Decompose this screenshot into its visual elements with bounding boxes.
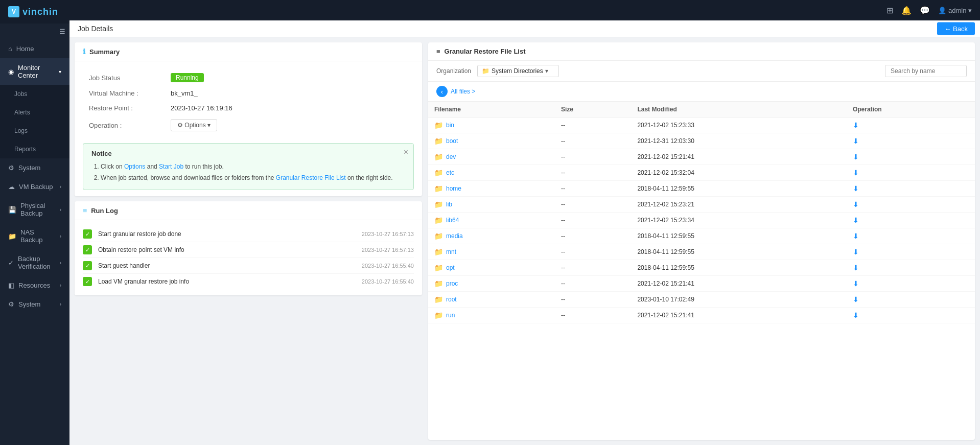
folder-link[interactable]: 📁 proc bbox=[434, 279, 458, 288]
sidebar-collapse-toggle[interactable]: ☰ bbox=[0, 24, 69, 39]
search-input[interactable] bbox=[885, 65, 967, 77]
col-size: Size bbox=[555, 102, 631, 118]
folder-link[interactable]: 📁 run bbox=[434, 311, 455, 319]
file-operation-cell: ⬇ bbox=[847, 213, 975, 228]
log-item: ✓ Obtain restore point set VM info 2023-… bbox=[83, 242, 414, 258]
log-time: 2023-10-27 16:57:13 bbox=[362, 231, 414, 237]
file-list-card: ≡ Granular Restore File List Organizatio… bbox=[428, 42, 975, 440]
folder-link[interactable]: 📁 lib bbox=[434, 200, 452, 208]
download-button[interactable]: ⬇ bbox=[853, 232, 859, 240]
download-button[interactable]: ⬇ bbox=[853, 184, 859, 193]
folder-link[interactable]: 📁 root bbox=[434, 295, 457, 303]
file-operation-cell: ⬇ bbox=[847, 181, 975, 197]
file-name-cell: 📁 media bbox=[428, 228, 555, 244]
folder-icon-emoji: 📁 bbox=[434, 232, 443, 240]
message-icon[interactable]: 💬 bbox=[920, 6, 930, 15]
download-button[interactable]: ⬇ bbox=[853, 216, 859, 224]
file-list-toolbar: Organization 📁 System Directories ▾ bbox=[428, 61, 975, 82]
summary-card: ℹ Summary Job Status Running bbox=[75, 42, 422, 196]
log-text: Start granular restore job done bbox=[92, 230, 362, 238]
sidebar-item-label-jobs: Jobs bbox=[14, 90, 27, 98]
file-modified-cell: 2018-04-11 12:59:55 bbox=[631, 260, 847, 276]
file-name: lib64 bbox=[446, 217, 459, 224]
file-size-cell: -- bbox=[555, 213, 631, 228]
folder-link[interactable]: 📁 etc bbox=[434, 169, 454, 177]
folder-link[interactable]: 📁 dev bbox=[434, 153, 456, 161]
log-item: ✓ Start guest handler 2023-10-27 16:55:4… bbox=[83, 258, 414, 274]
org-value: System Directories bbox=[492, 67, 543, 75]
job-status-value: Running bbox=[165, 69, 414, 86]
nas-backup-icon: 📁 bbox=[8, 232, 16, 240]
sidebar-item-system2[interactable]: ⚙ System › bbox=[0, 295, 69, 314]
sidebar-item-label-resources: Resources bbox=[18, 282, 50, 289]
download-button[interactable]: ⬇ bbox=[853, 121, 859, 129]
sidebar-item-label-reports: Reports bbox=[14, 146, 36, 153]
sidebar-item-system1[interactable]: ⚙ System bbox=[0, 158, 69, 177]
sidebar-item-reports[interactable]: Reports bbox=[0, 140, 69, 158]
grid-icon[interactable]: ⊞ bbox=[886, 6, 893, 15]
folder-link[interactable]: 📁 mnt bbox=[434, 248, 456, 256]
download-button[interactable]: ⬇ bbox=[853, 279, 859, 288]
file-operation-cell: ⬇ bbox=[847, 292, 975, 308]
breadcrumb-back-button[interactable]: ‹ bbox=[436, 86, 448, 97]
notification-icon[interactable]: 🔔 bbox=[901, 6, 912, 15]
folder-link[interactable]: 📁 home bbox=[434, 184, 461, 193]
notice-close-button[interactable]: × bbox=[404, 148, 408, 157]
sidebar-item-nas-backup[interactable]: 📁 NAS Backup › bbox=[0, 223, 69, 249]
sidebar-item-jobs[interactable]: Jobs bbox=[0, 85, 69, 103]
folder-link[interactable]: 📁 boot bbox=[434, 137, 458, 145]
folder-icon-emoji: 📁 bbox=[434, 216, 443, 224]
options-cell: ⚙ Options ▾ bbox=[165, 115, 414, 135]
sidebar-item-monitor-center[interactable]: ◉ Monitor Center ▾ bbox=[0, 58, 69, 85]
file-name-cell: 📁 lib64 bbox=[428, 213, 555, 228]
file-operation-cell: ⬇ bbox=[847, 276, 975, 292]
log-item: ✓ Start granular restore job done 2023-1… bbox=[83, 226, 414, 242]
org-select[interactable]: 📁 System Directories ▾ bbox=[477, 65, 559, 77]
back-button[interactable]: ← Back bbox=[937, 22, 975, 35]
file-name: opt bbox=[446, 264, 455, 271]
folder-link[interactable]: 📁 opt bbox=[434, 264, 455, 272]
folder-link[interactable]: 📁 bin bbox=[434, 121, 454, 129]
sidebar-item-logs[interactable]: Logs bbox=[0, 122, 69, 140]
chevron-right-icon-bv: › bbox=[60, 260, 61, 266]
file-name: lib bbox=[446, 201, 452, 208]
folder-link[interactable]: 📁 lib64 bbox=[434, 216, 459, 224]
logo-text: vinchin bbox=[22, 7, 58, 17]
download-button[interactable]: ⬇ bbox=[853, 264, 859, 272]
download-button[interactable]: ⬇ bbox=[853, 248, 859, 256]
options-highlight: Options bbox=[124, 163, 145, 170]
file-list-header: ≡ Granular Restore File List bbox=[428, 42, 975, 61]
download-button[interactable]: ⬇ bbox=[853, 153, 859, 161]
sidebar-item-alerts[interactable]: Alerts bbox=[0, 103, 69, 122]
folder-icon-emoji: 📁 bbox=[434, 169, 443, 177]
list-item: When job started, browse and download fi… bbox=[101, 173, 405, 184]
log-check-icon: ✓ bbox=[83, 277, 92, 286]
granular-highlight: Granular Restore File List bbox=[276, 174, 346, 181]
summary-icon: ℹ bbox=[83, 48, 85, 56]
sidebar-item-home[interactable]: ⌂ Home bbox=[0, 39, 69, 58]
table-row: 📁 dev -- 2021-12-02 15:21:41 ⬇ bbox=[428, 149, 975, 165]
download-button[interactable]: ⬇ bbox=[853, 295, 859, 303]
folder-link[interactable]: 📁 media bbox=[434, 232, 463, 240]
folder-icon-emoji: 📁 bbox=[434, 184, 443, 193]
file-name: dev bbox=[446, 153, 456, 160]
breadcrumb-path[interactable]: All files > bbox=[451, 88, 475, 95]
download-button[interactable]: ⬇ bbox=[853, 169, 859, 177]
sidebar-item-backup-verification[interactable]: ✓ Backup Verification › bbox=[0, 249, 69, 276]
table-row: 📁 root -- 2023-01-10 17:02:49 ⬇ bbox=[428, 292, 975, 308]
sidebar-item-resources[interactable]: ◧ Resources › bbox=[0, 276, 69, 295]
user-menu[interactable]: 👤 admin ▾ bbox=[938, 7, 972, 14]
sidebar-item-vm-backup[interactable]: ☁ VM Backup › bbox=[0, 177, 69, 196]
summary-table: Job Status Running Virtual Machine : bk_… bbox=[83, 69, 414, 135]
table-row: 📁 media -- 2018-04-11 12:59:55 ⬇ bbox=[428, 228, 975, 244]
sidebar-item-physical-backup[interactable]: 💾 Physical Backup › bbox=[0, 196, 69, 223]
file-name-cell: 📁 lib bbox=[428, 197, 555, 213]
file-size-cell: -- bbox=[555, 133, 631, 149]
file-operation-cell: ⬇ bbox=[847, 133, 975, 149]
download-button[interactable]: ⬇ bbox=[853, 200, 859, 208]
download-button[interactable]: ⬇ bbox=[853, 137, 859, 145]
download-button[interactable]: ⬇ bbox=[853, 311, 859, 319]
log-check-icon: ✓ bbox=[83, 229, 92, 239]
options-button[interactable]: ⚙ Options ▾ bbox=[171, 119, 217, 131]
folder-icon-emoji: 📁 bbox=[434, 153, 443, 161]
